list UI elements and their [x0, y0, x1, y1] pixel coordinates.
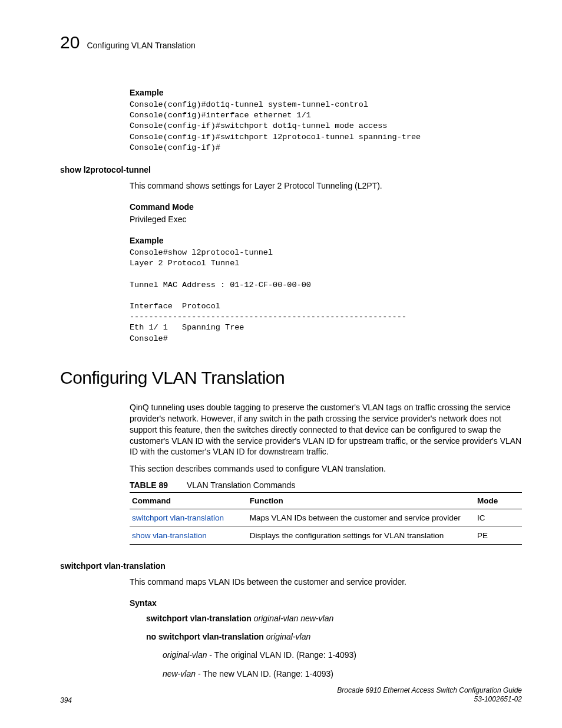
chapter-title: Configuring VLAN Translation	[87, 41, 195, 50]
command-mode-value: Privileged Exec	[130, 214, 522, 225]
page-number: 394	[60, 696, 72, 704]
command-mode-label: Command Mode	[130, 202, 522, 212]
table-row: switchport vlan-translation Maps VLAN ID…	[130, 509, 522, 527]
example-heading-2: Example	[130, 236, 522, 245]
table-number: TABLE 89	[130, 480, 168, 490]
param-desc: - The new VLAN ID. (Range: 1-4093)	[196, 669, 333, 678]
intro-paragraph-1: QinQ tunneling uses double tagging to pr…	[130, 402, 522, 457]
command-description-2: This command maps VLAN IDs between the c…	[130, 577, 522, 588]
syntax-label: Syntax	[130, 598, 522, 608]
command-link[interactable]: switchport vlan-translation	[132, 513, 224, 522]
chapter-number: 20	[60, 32, 80, 52]
col-header-mode: Mode	[475, 493, 522, 509]
syntax-args: original-vlan	[266, 632, 310, 641]
table-header-row: Command Function Mode	[130, 493, 522, 509]
intro-paragraph-2: This section describes commands used to …	[130, 463, 522, 475]
param-name: original-vlan	[163, 650, 207, 660]
example-code-2: Console#show l2protocol-tunnel Layer 2 P…	[130, 248, 522, 344]
example-code-1: Console(config)#dot1q-tunnel system-tunn…	[130, 100, 522, 153]
command-link[interactable]: show vlan-translation	[132, 531, 207, 540]
param-new-vlan: new-vlan - The new VLAN ID. (Range: 1-40…	[163, 667, 522, 681]
doc-id: 53-1002651-02	[337, 695, 522, 704]
command-heading-switchport-vt: switchport vlan-translation	[60, 561, 522, 571]
syntax-cmd: switchport vlan-translation	[146, 614, 252, 623]
table-title: VLAN Translation Commands	[187, 480, 295, 490]
param-name: new-vlan	[163, 669, 196, 678]
table-caption: TABLE 89 VLAN Translation Commands	[130, 480, 522, 490]
example-heading-1: Example	[130, 88, 522, 97]
command-heading-show-l2pt: show l2protocol-tunnel	[60, 165, 522, 174]
syntax-block: switchport vlan-translation original-vla…	[146, 611, 522, 681]
running-header: 20 Configuring VLAN Translation	[60, 32, 522, 52]
page-footer: 394 Brocade 6910 Ethernet Access Switch …	[60, 686, 522, 704]
table-row: show vlan-translation Displays the confi…	[130, 527, 522, 545]
syntax-line-1: switchport vlan-translation original-vla…	[146, 611, 522, 626]
syntax-args: original-vlan new-vlan	[254, 614, 333, 623]
col-header-function: Function	[247, 493, 475, 509]
vlan-translation-commands-table: Command Function Mode switchport vlan-tr…	[130, 492, 522, 545]
doc-title: Brocade 6910 Ethernet Access Switch Conf…	[337, 686, 522, 696]
function-cell: Maps VLAN IDs between the customer and s…	[247, 509, 475, 527]
syntax-line-2: no switchport vlan-translation original-…	[146, 630, 522, 644]
function-cell: Displays the configuration settings for …	[247, 527, 475, 545]
param-original-vlan: original-vlan - The original VLAN ID. (R…	[163, 648, 522, 663]
mode-cell: IC	[475, 509, 522, 527]
section-heading: Configuring VLAN Translation	[60, 368, 522, 388]
syntax-cmd: no switchport vlan-translation	[146, 632, 264, 641]
command-description: This command shows settings for Layer 2 …	[130, 180, 522, 192]
param-desc: - The original VLAN ID. (Range: 1-4093)	[207, 650, 356, 660]
col-header-command: Command	[130, 493, 247, 509]
doc-info: Brocade 6910 Ethernet Access Switch Conf…	[337, 686, 522, 704]
mode-cell: PE	[475, 527, 522, 545]
